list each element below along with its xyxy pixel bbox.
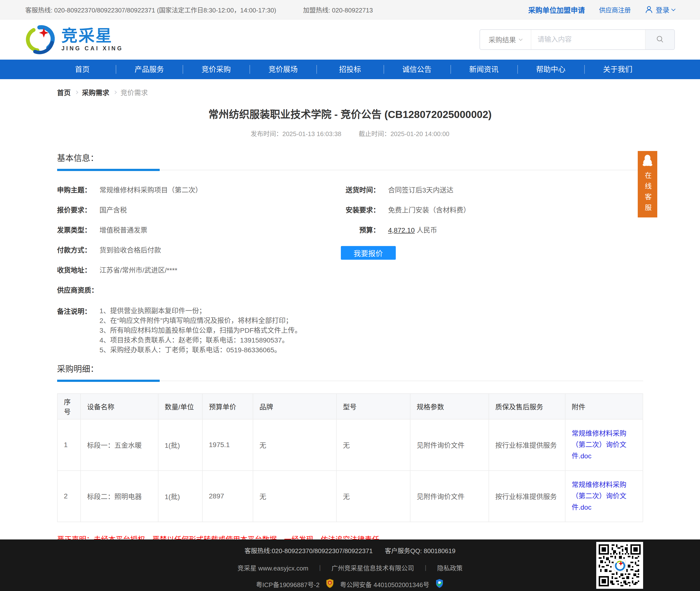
quote-button[interactable]: 我要报价: [341, 246, 396, 260]
cell-warranty: 按行业标准提供服务: [489, 419, 565, 470]
detail-title: 采购明细：: [57, 364, 99, 374]
cell-no: 1: [57, 419, 81, 470]
cell-qty: 1(批): [158, 470, 203, 522]
nav-item-products[interactable]: 产品服务: [116, 60, 183, 79]
info-row-invoice-type: 发票类型：增值税普通发票: [57, 226, 341, 235]
nav-item-news[interactable]: 新闻资讯: [451, 60, 517, 79]
info-value: 江苏省/常州市/武进区/****: [100, 267, 177, 274]
site-logo[interactable]: 竞采星 JING CAI XING: [25, 23, 123, 56]
announcement-dates: 发布时间：2025-01-13 16:03:38 截止时间：2025-01-20…: [57, 129, 643, 138]
user-icon: [645, 6, 653, 14]
chevron-right-icon: [113, 91, 116, 94]
footer-icp-link[interactable]: 粤ICP备19096887号-2: [256, 580, 320, 589]
col-header-qty: 数量/单位: [158, 394, 203, 419]
info-row-delivery-time: 送货时间：合同签订后3天内送达: [341, 186, 643, 195]
main-nav: 首页 产品服务 竞价采购 竞价展场 招投标 诚信公告 新闻资讯 帮助中心 关于我…: [0, 60, 700, 79]
info-label: 送货时间：: [341, 186, 380, 195]
col-header-attachment: 附件: [565, 394, 643, 419]
page-title: 常州纺织服装职业技术学院 - 竞价公告 (CB128072025000002): [57, 106, 643, 121]
info-label: 报价要求：: [57, 206, 91, 214]
remark-line: 5、采购经办联系人：丁老师；联系电话：0519-86336065。: [100, 345, 302, 355]
footer-qq: 客户服务QQ: 800180619: [385, 547, 455, 554]
remark-line: 4、项目技术负责联系人：赵老师；联系电话：13915890537。: [100, 335, 302, 345]
col-header-brand: 品牌: [253, 394, 336, 419]
detail-section-header: 采购明细：: [57, 362, 643, 381]
basic-info-title: 基本信息：: [57, 153, 99, 163]
info-label: 收货地址：: [57, 267, 91, 274]
col-header-warranty: 质保及售后服务: [489, 394, 565, 419]
search-button[interactable]: [645, 30, 674, 49]
remark-line: 1、提供营业执照副本复印件一份；: [100, 306, 302, 316]
nav-item-bidding-purchase[interactable]: 竞价采购: [183, 60, 249, 79]
budget-currency: 人民币: [416, 226, 437, 234]
chevron-right-icon: [74, 91, 78, 94]
page: { "colors": { "nav_blue": "#1266cb", "bu…: [0, 0, 700, 591]
info-label: 安装要求：: [341, 206, 380, 215]
nav-item-bidding-hall[interactable]: 竞价展场: [249, 60, 316, 79]
join-hotline: 加盟热线: 020-80922713: [303, 5, 373, 14]
publish-time-label: 发布时间：: [250, 130, 282, 138]
footer: 客服热线:020-80922370/80922307/80922371客户服务Q…: [0, 539, 700, 591]
online-service-tab[interactable]: 在线客服: [638, 151, 657, 217]
search-bar: 采购结果: [479, 29, 675, 50]
footer-police-link[interactable]: 粤公网安备 44010502001346号: [340, 580, 430, 589]
nav-item-home[interactable]: 首页: [49, 60, 116, 79]
nav-item-tenders[interactable]: 招投标: [316, 60, 383, 79]
logo-mark-icon: [25, 23, 57, 56]
remark-line: 3、所有响应材料均加盖投标单位公章，扫描为PDF格式文件上传。: [100, 326, 302, 335]
nav-item-help[interactable]: 帮助中心: [517, 60, 584, 79]
info-row-remarks: 备注说明： 1、提供营业执照副本复印件一份； 2、在“响应文件附件”内填写响应情…: [57, 306, 341, 355]
purchase-detail-table: 序号 设备名称 数量/单位 预算单价 品牌 型号 规格参数 质保及售后服务 附件…: [57, 393, 643, 522]
cell-spec: 见附件询价文件: [410, 470, 489, 522]
breadcrumb-current: 竞价需求: [121, 87, 148, 97]
logo-text: 竞采星: [62, 27, 123, 44]
qr-code: [596, 542, 643, 589]
breadcrumb-home[interactable]: 首页: [57, 87, 71, 97]
info-label: 申购主题：: [57, 186, 91, 194]
service-hotline: 客服热线: 020-80922370/80922307/80922371 (国家…: [25, 5, 277, 14]
search-category-select[interactable]: 采购结果: [480, 30, 531, 49]
breadcrumb: 首页 采购需求 竞价需求: [57, 79, 643, 97]
basic-info-section-header: 基本信息：: [57, 151, 643, 170]
attachment-link[interactable]: 常规维修材料采购（第二次）询价文件.doc: [572, 479, 638, 513]
footer-divider: |: [319, 564, 321, 572]
security-shield-icon: [435, 579, 444, 590]
breadcrumb-purchase-demand[interactable]: 采购需求: [82, 87, 109, 97]
supplier-register-link[interactable]: 供应商注册: [599, 5, 631, 14]
info-value: 常规维修材料采购项目（第二次）: [100, 186, 202, 194]
col-header-name: 设备名称: [81, 394, 158, 419]
online-service-label: 在线客服: [643, 172, 652, 215]
nav-item-about[interactable]: 关于我们: [584, 60, 651, 79]
search-category-value: 采购结果: [488, 35, 516, 45]
info-row-install-requirement: 安装要求：免费上门安装（含材料费）: [341, 206, 643, 215]
footer-hotline: 客服热线:020-80922370/80922307/80922371: [245, 547, 373, 554]
footer-divider: |: [425, 564, 426, 572]
info-label: 发票类型：: [57, 226, 91, 234]
cell-name: 标段二：照明电器: [81, 470, 158, 522]
footer-site-link[interactable]: 竞采星 www.easyjcx.com: [238, 563, 308, 572]
info-value: 合同签订后3天内送达: [388, 186, 454, 194]
footer-company: 广州竞采星信息技术有限公司: [331, 563, 414, 572]
deadline-value: 2025-01-20 14:00:00: [390, 130, 449, 138]
info-value: 国产含税: [100, 206, 127, 214]
login-button[interactable]: 登录: [645, 5, 675, 15]
info-row-budget: 预算：4,872.10 人民币: [341, 226, 643, 235]
col-header-model: 型号: [336, 394, 410, 419]
main-content: 首页 采购需求 竞价需求 常州纺织服装职业技术学院 - 竞价公告 (CB1280…: [57, 79, 643, 544]
footer-privacy-link[interactable]: 隐私政策: [437, 563, 462, 572]
info-row-address: 收货地址：江苏省/常州市/武进区/****: [57, 266, 341, 275]
cell-brand: 无: [253, 419, 336, 470]
chevron-down-icon: [519, 37, 523, 41]
info-row-payment: 付款方式：货到验收合格后付款: [57, 246, 341, 255]
attachment-link[interactable]: 常规维修材料采购（第二次）询价文件.doc: [572, 428, 638, 462]
cell-spec: 见附件询价文件: [410, 419, 489, 470]
cell-price: 2897: [203, 470, 253, 522]
qq-penguin-icon: [641, 154, 654, 169]
nav-item-integrity[interactable]: 诚信公告: [384, 60, 451, 79]
purchaser-join-link[interactable]: 采购单位加盟申请: [528, 5, 585, 15]
info-value: 货到验收合格后付款: [100, 247, 161, 254]
cell-model: 无: [336, 419, 410, 470]
search-input[interactable]: [531, 30, 645, 49]
publish-time-value: 2025-01-13 16:03:38: [282, 130, 341, 138]
topbar: 客服热线: 020-80922370/80922307/80922371 (国家…: [0, 0, 700, 19]
